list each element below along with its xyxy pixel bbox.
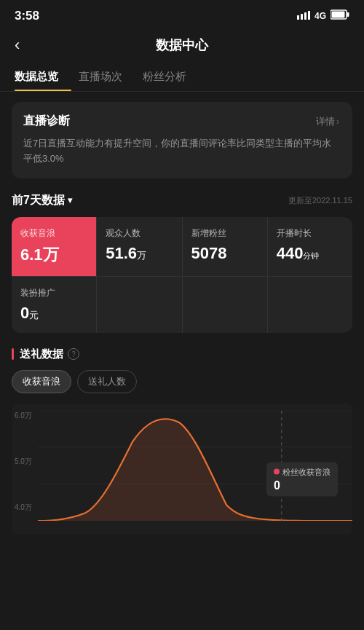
status-icons: 4G (297, 9, 349, 23)
help-icon[interactable]: ? (68, 348, 79, 360)
tab-fans[interactable]: 粉丝分析 (143, 63, 199, 91)
network-label: 4G (314, 11, 326, 21)
tab-sessions[interactable]: 直播场次 (79, 63, 135, 91)
stats-row-bottom: 装扮推广 0元 (12, 277, 352, 333)
diagnostic-card: 直播诊断 详情 › 近7日直播互动能力有提升空间，你的直播间评论率比同类型主播的… (12, 102, 352, 178)
tooltip-value: 0 (274, 479, 331, 492)
stats-period-label: 前7天数据 (12, 193, 65, 208)
battery-icon (331, 9, 349, 23)
stats-header: 前7天数据 ▾ 更新至2022.11.15 (12, 193, 352, 208)
chevron-right-icon: › (336, 117, 339, 127)
status-bar: 3:58 4G (0, 0, 364, 29)
gift-section-title: 送礼数据 (20, 347, 63, 361)
stat-label-duration: 开播时长 (277, 227, 344, 240)
back-button[interactable]: ‹ (15, 36, 20, 55)
gift-section: 送礼数据 ? 收获音浪 送礼人数 6.0万 5.0万 4.0万 (12, 347, 352, 535)
stat-value-sound-waves: 6.1万 (20, 244, 87, 266)
stat-label-audience: 观众人数 (106, 227, 173, 240)
diagnostic-title: 直播诊断 (23, 114, 70, 129)
sub-tab-sound-waves[interactable]: 收获音浪 (12, 370, 71, 393)
svg-rect-1 (301, 14, 303, 20)
stat-cell-empty-3 (268, 277, 352, 333)
page-title: 数据中心 (156, 36, 208, 54)
sub-tab-gift-people[interactable]: 送礼人数 (77, 370, 137, 393)
stat-cell-empty-1 (97, 277, 182, 333)
stats-row-top: 收获音浪 6.1万 观众人数 51.6万 新增粉丝 5078 开播时长 440分… (12, 217, 352, 277)
svg-rect-0 (297, 15, 299, 20)
tooltip-dot (274, 469, 280, 475)
stat-cell-promo: 装扮推广 0元 (12, 277, 97, 333)
gift-header: 送礼数据 ? (12, 347, 352, 361)
dropdown-arrow-icon: ▾ (68, 195, 72, 205)
stat-value-duration: 440分钟 (277, 244, 344, 263)
main-content: 直播诊断 详情 › 近7日直播互动能力有提升空间，你的直播间评论率比同类型主播的… (0, 102, 364, 535)
tab-bar: 数据总览 直播场次 粉丝分析 (0, 63, 364, 92)
chart-y-label-3: 4.0万 (15, 503, 32, 513)
gift-sub-tabs: 收获音浪 送礼人数 (12, 370, 352, 393)
chart-y-label-1: 6.0万 (15, 411, 32, 421)
svg-rect-5 (347, 12, 349, 17)
tooltip-label: 粉丝收获音浪 (282, 466, 331, 477)
chart-tooltip: 粉丝收获音浪 0 (266, 462, 338, 496)
chart-y-labels: 6.0万 5.0万 4.0万 (12, 411, 35, 513)
stat-cell-new-fans: 新增粉丝 5078 (183, 217, 268, 276)
diagnostic-header: 直播诊断 详情 › (23, 114, 341, 129)
stat-cell-audience: 观众人数 51.6万 (97, 217, 182, 276)
diagnostic-text: 近7日直播互动能力有提升空间，你的直播间评论率比同类型主播的平均水平低3.0% (23, 136, 341, 167)
stat-cell-sound-waves: 收获音浪 6.1万 (12, 217, 97, 276)
stat-cell-empty-2 (183, 277, 268, 333)
stats-update-text: 更新至2022.11.15 (288, 195, 352, 206)
diagnostic-detail-label: 详情 (316, 115, 335, 128)
stat-value-new-fans: 5078 (191, 244, 258, 263)
svg-rect-2 (304, 12, 306, 20)
diagnostic-detail-button[interactable]: 详情 › (316, 115, 341, 128)
stat-label-sound-waves: 收获音浪 (20, 227, 87, 240)
signal-icon (297, 11, 310, 22)
red-bar-icon (12, 348, 14, 360)
stat-value-promo: 0元 (20, 304, 87, 323)
svg-rect-3 (308, 11, 310, 20)
status-time: 3:58 (15, 9, 39, 23)
header: ‹ 数据中心 (0, 29, 364, 63)
stats-grid: 收获音浪 6.1万 观众人数 51.6万 新增粉丝 5078 开播时长 440分… (12, 217, 352, 333)
chart-y-label-2: 5.0万 (15, 457, 32, 467)
tab-overview[interactable]: 数据总览 (15, 63, 71, 91)
stat-value-audience: 51.6万 (106, 244, 173, 263)
svg-rect-6 (332, 12, 345, 18)
stat-cell-duration: 开播时长 440分钟 (268, 217, 352, 276)
stats-period-selector[interactable]: 前7天数据 ▾ (12, 193, 72, 208)
gift-chart: 6.0万 5.0万 4.0万 粉丝收获音浪 (12, 403, 352, 535)
stat-label-new-fans: 新增粉丝 (191, 227, 258, 240)
stat-label-promo: 装扮推广 (20, 287, 87, 299)
